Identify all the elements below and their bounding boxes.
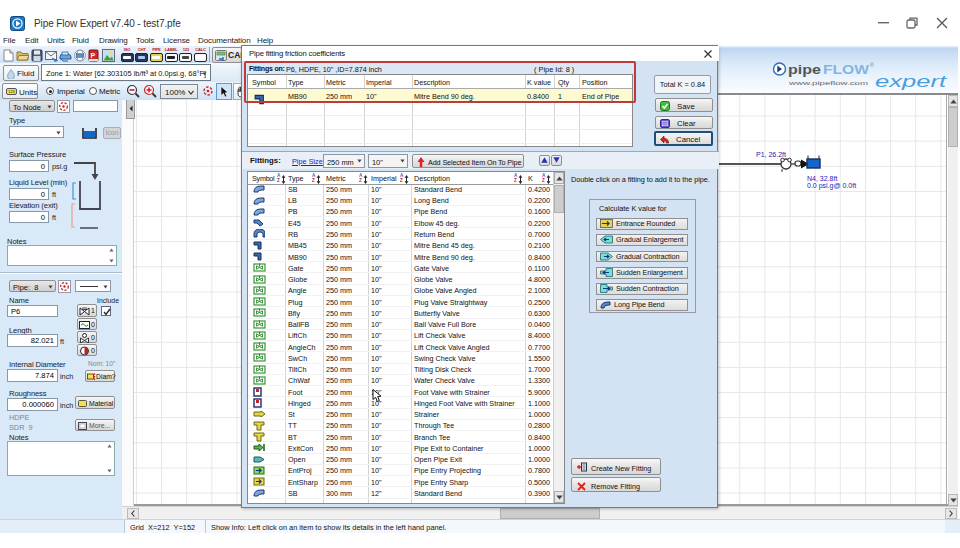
svg-text:P: P bbox=[91, 52, 96, 59]
svg-text:expert: expert bbox=[875, 72, 948, 91]
svg-text:www.pipeflow.com: www.pipeflow.com bbox=[787, 80, 868, 86]
svg-text:pipe: pipe bbox=[788, 62, 821, 77]
svg-text:FLOW: FLOW bbox=[823, 63, 869, 77]
svg-text:®: ® bbox=[870, 62, 874, 68]
